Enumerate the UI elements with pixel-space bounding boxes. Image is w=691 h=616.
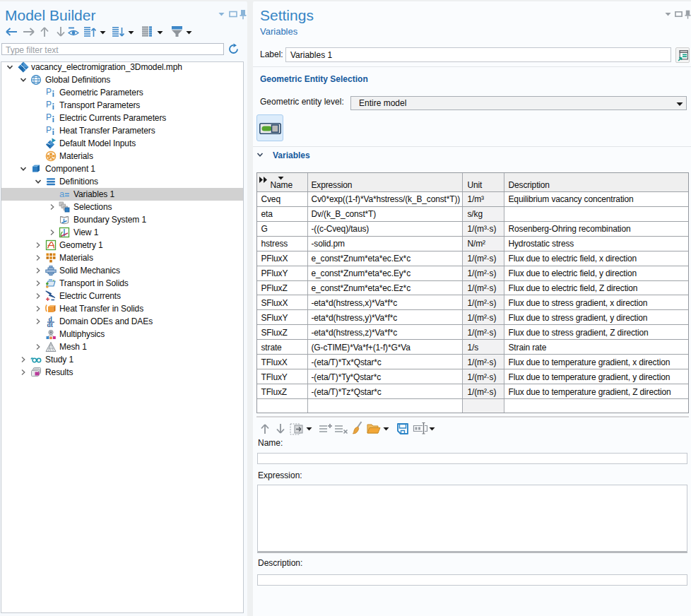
svg-text:P: P xyxy=(46,125,52,135)
svg-text:dt: dt xyxy=(47,321,54,327)
svg-text:P: P xyxy=(46,100,52,109)
svg-text:P: P xyxy=(46,112,52,122)
svg-text:P: P xyxy=(46,87,52,97)
svg-text:a: a xyxy=(59,189,65,199)
